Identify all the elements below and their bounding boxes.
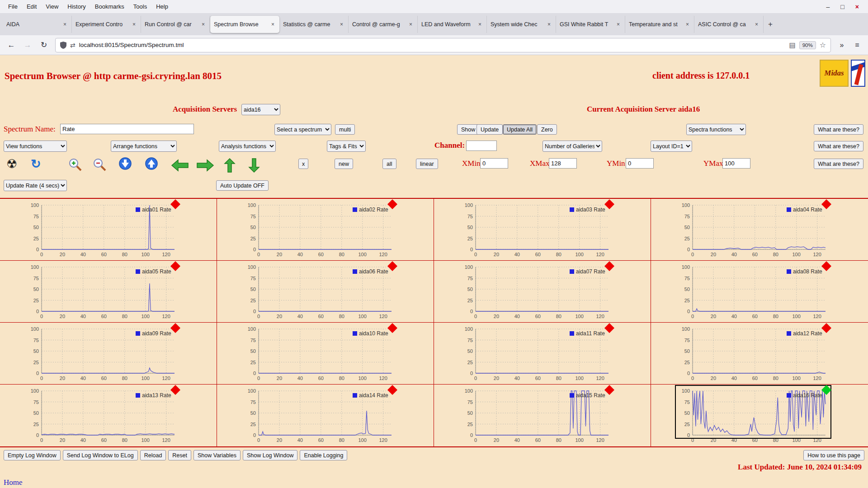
chart-cell-aida11[interactable]: 0204060801001200255075100aida11 Rate bbox=[434, 323, 651, 385]
chart-cell-aida16[interactable]: 0204060801001200255075100aida16 Rate bbox=[651, 385, 868, 446]
show-variables-button[interactable]: Show Variables bbox=[193, 450, 241, 460]
tab-close-icon[interactable]: × bbox=[408, 21, 414, 28]
red-diamond-marker[interactable] bbox=[821, 323, 831, 333]
xmax-input[interactable] bbox=[549, 158, 577, 169]
tab-gsi-white-rabbit-t[interactable]: GSI White Rabbit T× bbox=[556, 16, 625, 33]
red-diamond-marker[interactable] bbox=[604, 261, 614, 271]
show-log-window-button[interactable]: Show Log Window bbox=[243, 450, 298, 460]
x-button[interactable]: x bbox=[298, 159, 308, 169]
tab-system-wide-chec[interactable]: System wide Chec× bbox=[487, 16, 556, 33]
zero-button[interactable]: Zero bbox=[537, 124, 557, 135]
chart-cell-aida01[interactable]: 0204060801001200255075100aida01 Rate bbox=[0, 199, 217, 261]
red-diamond-marker[interactable] bbox=[387, 385, 397, 395]
red-diamond-marker[interactable] bbox=[170, 385, 180, 395]
what-are-these-button-3[interactable]: What are these? bbox=[814, 159, 863, 169]
red-diamond-marker[interactable] bbox=[604, 199, 614, 209]
update-button[interactable]: Update bbox=[476, 124, 503, 135]
tab-run-control-car[interactable]: Run Control @ car× bbox=[141, 16, 210, 33]
tags-fits-dropdown[interactable]: Tags & Fits bbox=[327, 141, 366, 152]
menu-file[interactable]: File bbox=[4, 2, 22, 11]
scroll-down-icon[interactable] bbox=[118, 157, 133, 171]
tab-close-icon[interactable]: × bbox=[270, 21, 276, 28]
update-rate-dropdown[interactable]: Update Rate (4 secs) bbox=[4, 180, 67, 191]
chart-cell-aida12[interactable]: 0204060801001200255075100aida12 Rate bbox=[651, 323, 868, 385]
spectrum-name-input[interactable] bbox=[60, 124, 194, 134]
how-to-use-button[interactable]: How to use this page bbox=[803, 450, 864, 460]
overflow-chevron-icon[interactable]: » bbox=[835, 41, 848, 49]
home-link[interactable]: Home bbox=[4, 478, 23, 487]
auto-update-button[interactable]: Auto Update OFF bbox=[216, 180, 269, 191]
analysis-functions-dropdown[interactable]: Analysis functions bbox=[219, 141, 276, 152]
spectra-functions-dropdown[interactable]: Spectra functions bbox=[686, 124, 746, 135]
url-bar[interactable]: ⇄ localhost:8015/Spectrum/Spectrum.tml ▤… bbox=[55, 38, 831, 52]
tab-control-carme-g[interactable]: Control @ carme-g× bbox=[349, 16, 418, 33]
menu-view[interactable]: View bbox=[41, 2, 63, 11]
shield-icon[interactable] bbox=[60, 42, 66, 49]
red-diamond-marker[interactable] bbox=[387, 323, 397, 333]
tab-close-icon[interactable]: × bbox=[339, 21, 344, 28]
arrange-functions-dropdown[interactable]: Arrange functions bbox=[111, 141, 177, 152]
new-button[interactable]: new bbox=[335, 159, 353, 169]
red-diamond-marker[interactable] bbox=[170, 199, 180, 209]
chart-cell-aida13[interactable]: 0204060801001200255075100aida13 Rate bbox=[0, 385, 217, 446]
chart-cell-aida03[interactable]: 0204060801001200255075100aida03 Rate bbox=[434, 199, 651, 261]
enable-logging-button[interactable]: Enable Logging bbox=[300, 450, 347, 460]
tab-aida[interactable]: AIDA× bbox=[3, 16, 72, 33]
red-diamond-marker[interactable] bbox=[821, 199, 831, 209]
what-are-these-button-1[interactable]: What are these? bbox=[814, 124, 863, 135]
tab-led-and-waveform[interactable]: LED and Waveform× bbox=[418, 16, 487, 33]
url-text[interactable]: localhost:8015/Spectrum/Spectrum.tml bbox=[79, 42, 786, 48]
page-up-icon[interactable] bbox=[223, 157, 236, 174]
reload-button[interactable]: Reload bbox=[140, 450, 166, 460]
menu-edit[interactable]: Edit bbox=[22, 2, 41, 11]
red-diamond-marker[interactable] bbox=[604, 385, 614, 395]
red-diamond-marker[interactable] bbox=[170, 323, 180, 333]
tab-close-icon[interactable]: × bbox=[684, 21, 690, 28]
linear-button[interactable]: linear bbox=[416, 159, 438, 169]
tab-temperature-and-st[interactable]: Temperature and st× bbox=[625, 16, 694, 33]
zoom-in-icon[interactable] bbox=[68, 157, 82, 173]
radiation-icon[interactable]: ☢ bbox=[6, 158, 17, 170]
menu-tools[interactable]: Tools bbox=[129, 2, 151, 11]
chart-cell-aida10[interactable]: 0204060801001200255075100aida10 Rate bbox=[217, 323, 434, 385]
secondary-logo[interactable] bbox=[851, 60, 865, 87]
red-diamond-marker[interactable] bbox=[821, 261, 831, 271]
tab-close-icon[interactable]: × bbox=[62, 21, 68, 28]
zoom-out-icon[interactable] bbox=[92, 157, 107, 173]
red-diamond-marker[interactable] bbox=[170, 261, 180, 271]
tab-close-icon[interactable]: × bbox=[754, 21, 760, 28]
red-diamond-marker[interactable] bbox=[387, 261, 397, 271]
tab-asic-control-ca[interactable]: ASIC Control @ ca× bbox=[694, 16, 764, 33]
reload-button[interactable]: ↻ bbox=[37, 38, 51, 52]
multi-button[interactable]: multi bbox=[335, 124, 355, 135]
midas-logo[interactable]: Midas bbox=[820, 60, 849, 87]
red-diamond-marker[interactable] bbox=[604, 323, 614, 333]
reset-button[interactable]: Reset bbox=[168, 450, 191, 460]
chart-cell-aida06[interactable]: 0204060801001200255075100aida06 Rate bbox=[217, 261, 434, 323]
menu-bookmarks[interactable]: Bookmarks bbox=[90, 2, 129, 11]
bookmark-star-icon[interactable]: ☆ bbox=[820, 41, 826, 49]
zoom-level-badge[interactable]: 90% bbox=[799, 41, 816, 49]
tab-close-icon[interactable]: × bbox=[131, 21, 137, 28]
minimize-icon[interactable]: – bbox=[826, 3, 830, 10]
chart-cell-aida14[interactable]: 0204060801001200255075100aida14 Rate bbox=[217, 385, 434, 446]
tab-close-icon[interactable]: × bbox=[546, 21, 552, 28]
tab-close-icon[interactable]: × bbox=[200, 21, 206, 28]
chart-cell-aida09[interactable]: 0204060801001200255075100aida09 Rate bbox=[0, 323, 217, 385]
update-all-button[interactable]: Update All bbox=[503, 124, 537, 135]
view-functions-dropdown[interactable]: View functions bbox=[4, 141, 67, 152]
send-log-window-to-elog-button[interactable]: Send Log Window to ELog bbox=[63, 450, 138, 460]
new-tab-button[interactable]: + bbox=[764, 18, 777, 31]
forward-button[interactable]: → bbox=[21, 38, 34, 52]
refresh-icon[interactable]: ↻ bbox=[31, 158, 41, 170]
menu-history[interactable]: History bbox=[63, 2, 90, 11]
maximize-icon[interactable]: □ bbox=[840, 3, 844, 10]
green-diamond-marker[interactable] bbox=[821, 385, 831, 395]
chart-cell-aida07[interactable]: 0204060801001200255075100aida07 Rate bbox=[434, 261, 651, 323]
tab-experiment-contro[interactable]: Experiment Contro× bbox=[72, 16, 141, 33]
chart-cell-aida05[interactable]: 0204060801001200255075100aida05 Rate bbox=[0, 261, 217, 323]
page-right-icon[interactable] bbox=[196, 159, 214, 172]
empty-log-window-button[interactable]: Empty Log Window bbox=[4, 450, 61, 460]
scroll-up-icon[interactable] bbox=[145, 157, 159, 171]
show-button[interactable]: Show bbox=[457, 124, 479, 135]
